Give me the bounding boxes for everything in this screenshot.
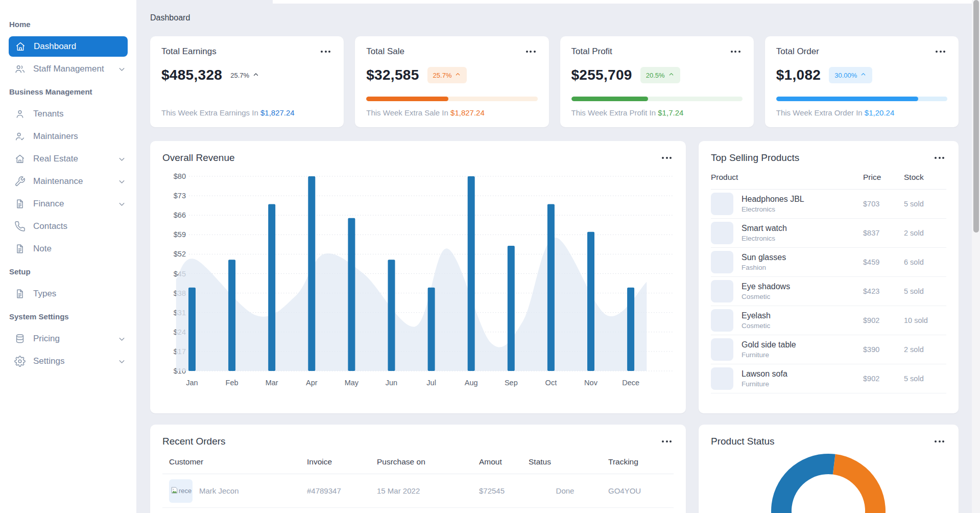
card-value: $1,082 bbox=[776, 67, 821, 83]
recent-orders-panel: Recent Orders CustomerInvoicePusrchase o… bbox=[150, 425, 686, 513]
more-options-button[interactable] bbox=[660, 155, 674, 161]
x-axis-tick-label: May bbox=[345, 379, 359, 387]
sidebar-item-label: Real Estate bbox=[33, 154, 78, 164]
sidebar-item-settings[interactable]: Settings bbox=[0, 350, 136, 372]
product-cell: Smart watchElectronics bbox=[711, 222, 863, 244]
user-icon bbox=[14, 108, 26, 120]
footnote-text: This Week Extra Order In bbox=[776, 108, 865, 117]
card-value-row: $32,58525.7% bbox=[366, 67, 537, 83]
product-cell: Gold side tableFurniture bbox=[711, 338, 863, 361]
card-footnote: This Week Extra Earnings In $1,827.24 bbox=[161, 108, 332, 117]
more-options-button[interactable] bbox=[934, 49, 947, 55]
phone-icon bbox=[14, 221, 26, 232]
overall-revenue-panel: Overall Revenue $80$73$66$59$52$45$38$31… bbox=[150, 141, 686, 413]
sidebar-section-label-system-settings: System Settings bbox=[0, 305, 136, 328]
more-options-button[interactable] bbox=[524, 49, 538, 55]
product-category: Cosmetic bbox=[742, 293, 790, 300]
x-axis-tick-label: Aug bbox=[465, 379, 478, 387]
card-value: $485,328 bbox=[161, 67, 222, 83]
product-thumbnail bbox=[711, 193, 733, 215]
sidebar-item-finance[interactable]: Finance bbox=[0, 193, 136, 215]
sidebar-item-pricing[interactable]: Pricing bbox=[0, 328, 136, 350]
product-row-lawson-sofa: Lawson sofaFurniture$9025 sold bbox=[711, 364, 946, 393]
right-column: Top Selling Products ProductPriceStock H… bbox=[699, 141, 959, 513]
page-scrollbar-track[interactable] bbox=[972, 0, 980, 513]
product-cell: Lawson sofaFurniture bbox=[711, 367, 863, 390]
sidebar-item-note[interactable]: Note bbox=[0, 238, 136, 260]
sidebar: HomeDashboardStaff ManagementBusiness Ma… bbox=[0, 0, 136, 513]
stat-card-total-profit: Total Profit$255,70920.5%This Week Extra… bbox=[560, 36, 754, 127]
main-content: Dashboard Total Earnings$485,32825.7%Thi… bbox=[136, 0, 980, 513]
product-price: $837 bbox=[863, 229, 904, 237]
change-badge: 30.00% bbox=[829, 67, 872, 83]
more-options-button[interactable] bbox=[729, 49, 743, 55]
product-row-sun-glasses: Sun glassesFashion$4596 sold bbox=[711, 248, 946, 277]
sidebar-item-tenants[interactable]: Tenants bbox=[0, 103, 136, 125]
change-text: 20.5% bbox=[646, 72, 665, 79]
bar-mar bbox=[268, 204, 275, 371]
column-header-invoice: Invoice bbox=[300, 457, 370, 467]
sidebar-item-dashboard[interactable]: Dashboard bbox=[9, 36, 128, 57]
chevron-down-icon bbox=[117, 177, 126, 186]
sidebar-item-label: Finance bbox=[33, 199, 64, 209]
card-title: Total Order bbox=[776, 46, 819, 57]
progress-bar bbox=[571, 97, 743, 101]
customer-name: Mark Jecon bbox=[199, 486, 239, 495]
sidebar-item-real-estate[interactable]: Real Estate bbox=[0, 148, 136, 170]
user-check-icon bbox=[14, 131, 26, 142]
sidebar-item-maintainers[interactable]: Maintainers bbox=[0, 125, 136, 148]
orders-table-body: receMark Jecon#478934715 Mar 2022$72545D… bbox=[162, 474, 674, 513]
avatar-alt-text: rece bbox=[179, 487, 192, 495]
x-axis-tick-label: Jan bbox=[186, 379, 198, 387]
chevron-up-icon bbox=[252, 71, 259, 80]
column-header-customer: Customer bbox=[162, 457, 300, 467]
x-axis-tick-label: Jul bbox=[426, 379, 436, 387]
product-status-panel: Product Status bbox=[699, 425, 959, 513]
dashboard-grid: Overall Revenue $80$73$66$59$52$45$38$31… bbox=[150, 141, 959, 513]
sidebar-item-maintenance[interactable]: Maintenance bbox=[0, 170, 136, 193]
panel-title: Overall Revenue bbox=[162, 152, 235, 164]
card-footnote: This Week Extra Sale In $1,827.24 bbox=[366, 108, 537, 117]
product-name: Sun glasses bbox=[742, 253, 786, 262]
more-options-button[interactable] bbox=[933, 438, 946, 445]
product-stock: 5 sold bbox=[904, 200, 946, 208]
product-category: Electronics bbox=[742, 235, 787, 242]
chevron-up-icon bbox=[860, 71, 867, 79]
sidebar-item-types[interactable]: Types bbox=[0, 283, 136, 305]
more-options-button[interactable] bbox=[933, 155, 946, 161]
left-column: Overall Revenue $80$73$66$59$52$45$38$31… bbox=[150, 141, 686, 513]
sidebar-item-label: Staff Management bbox=[33, 64, 104, 74]
tracking-cell: GO4YOU bbox=[602, 486, 674, 495]
gear-icon bbox=[14, 356, 26, 367]
progress-bar bbox=[366, 97, 537, 101]
product-row-eye-shadows: Eye shadowsCosmetic$4235 sold bbox=[711, 277, 946, 306]
y-axis-tick-label: $59 bbox=[174, 230, 186, 239]
bar-jul bbox=[428, 288, 435, 371]
more-options-button[interactable] bbox=[660, 438, 674, 445]
product-category: Furniture bbox=[742, 380, 787, 388]
sidebar-item-contacts[interactable]: Contacts bbox=[0, 215, 136, 238]
panel-title: Recent Orders bbox=[162, 436, 226, 447]
top-selling-products-panel: Top Selling Products ProductPriceStock H… bbox=[699, 141, 959, 413]
product-thumbnail bbox=[711, 309, 733, 332]
bar-dece bbox=[627, 288, 634, 371]
revenue-bar-chart: $80$73$66$59$52$45$38$31$24$17$10JanFebM… bbox=[162, 168, 674, 392]
product-cell: EyelashCosmetic bbox=[711, 309, 863, 332]
footnote-amount: $1,827.24 bbox=[450, 108, 485, 117]
product-info: Smart watchElectronics bbox=[742, 224, 787, 242]
product-category: Furniture bbox=[742, 351, 796, 359]
bar-may bbox=[348, 218, 355, 371]
page-scrollbar-thumb[interactable] bbox=[973, 0, 979, 232]
progress-fill bbox=[571, 97, 649, 101]
sidebar-item-label: Types bbox=[33, 289, 56, 299]
invoice-cell: #4789347 bbox=[300, 486, 370, 495]
x-axis-tick-label: Dece bbox=[622, 379, 639, 387]
product-stock: 10 sold bbox=[904, 316, 946, 324]
product-name: Smart watch bbox=[742, 224, 787, 233]
column-header-status: Status bbox=[529, 457, 602, 467]
sidebar-item-staff-management[interactable]: Staff Management bbox=[0, 58, 136, 80]
more-options-button[interactable] bbox=[319, 49, 332, 55]
product-row-headphones-jbl: Headphones JBLElectronics$7035 sold bbox=[711, 190, 946, 219]
x-axis-tick-label: Jun bbox=[386, 379, 397, 387]
chevron-down-icon bbox=[117, 335, 126, 343]
